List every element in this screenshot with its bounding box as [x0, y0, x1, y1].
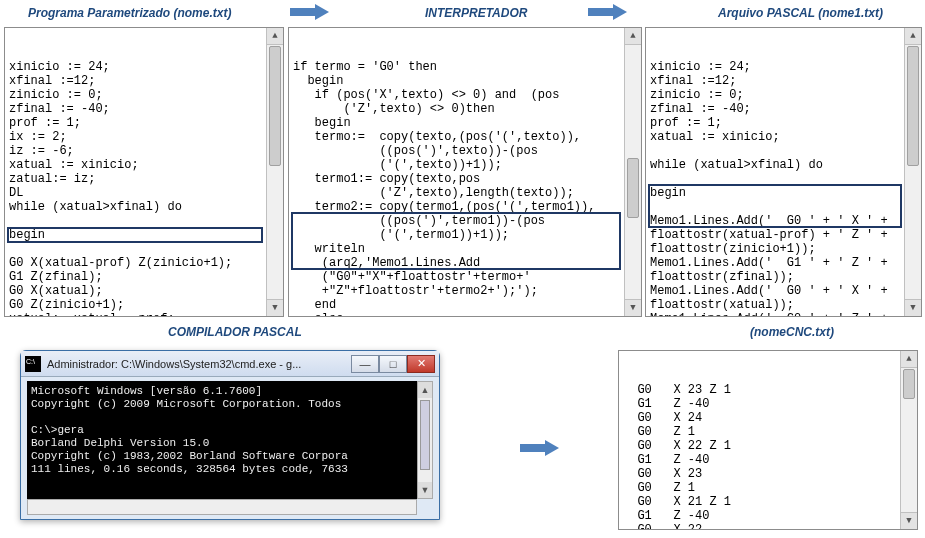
label-interpretador: INTERPRETADOR	[425, 6, 527, 20]
pascal-code-pane[interactable]: xinicio := 24; xfinal :=12; zinicio := 0…	[645, 27, 922, 317]
cmd-body[interactable]: Microsoft Windows [versão 6.1.7600] Copy…	[27, 381, 417, 499]
scroll-down-icon[interactable]: ▼	[267, 299, 283, 316]
scroll-up-icon[interactable]: ▲	[418, 382, 432, 398]
cmd-icon	[25, 356, 41, 372]
scrollbar-vertical[interactable]: ▲ ▼	[904, 28, 921, 316]
scroll-thumb[interactable]	[907, 46, 919, 166]
cmd-titlebar[interactable]: Administrador: C:\Windows\System32\cmd.e…	[21, 351, 439, 377]
cmd-window: Administrador: C:\Windows\System32\cmd.e…	[20, 350, 440, 520]
cmd-scrollbar-horizontal[interactable]	[27, 499, 417, 515]
maximize-button[interactable]: □	[379, 355, 407, 373]
scroll-thumb[interactable]	[627, 158, 639, 218]
interpretador-code-pane[interactable]: if termo = 'G0' then begin if (pos('X',t…	[288, 27, 642, 317]
scroll-thumb[interactable]	[269, 46, 281, 166]
scroll-up-icon[interactable]: ▲	[625, 28, 641, 45]
scroll-down-icon[interactable]: ▼	[418, 482, 432, 498]
scroll-down-icon[interactable]: ▼	[625, 299, 641, 316]
pascal-code: xinicio := 24; xfinal :=12; zinicio := 0…	[650, 60, 915, 317]
cnc-output-pane[interactable]: G0 X 23 Z 1 G1 Z -40 G0 X 24 G0 Z 1 G0 X…	[618, 350, 918, 530]
scroll-thumb[interactable]	[903, 369, 915, 399]
cnc-output-code: G0 X 23 Z 1 G1 Z -40 G0 X 24 G0 Z 1 G0 X…	[623, 383, 911, 530]
scrollbar-vertical[interactable]: ▲ ▼	[624, 28, 641, 316]
scroll-up-icon[interactable]: ▲	[267, 28, 283, 45]
scrollbar-vertical[interactable]: ▲ ▼	[900, 351, 917, 529]
scroll-up-icon[interactable]: ▲	[901, 351, 917, 368]
scroll-thumb[interactable]	[420, 400, 430, 470]
window-buttons: — □ ✕	[351, 355, 435, 373]
label-programa: Programa Parametrizado (nome.txt)	[28, 6, 231, 20]
arrow-right-icon	[290, 4, 330, 20]
label-compilador: COMPILADOR PASCAL	[168, 325, 302, 339]
cmd-title-text: Administrador: C:\Windows\System32\cmd.e…	[47, 358, 351, 370]
scroll-down-icon[interactable]: ▼	[905, 299, 921, 316]
programa-code-pane[interactable]: xinicio := 24; xfinal :=12; zinicio := 0…	[4, 27, 284, 317]
scroll-up-icon[interactable]: ▲	[905, 28, 921, 45]
interpretador-code: if termo = 'G0' then begin if (pos('X',t…	[293, 60, 635, 317]
scroll-down-icon[interactable]: ▼	[901, 512, 917, 529]
arrow-right-icon	[520, 440, 560, 456]
close-button[interactable]: ✕	[407, 355, 435, 373]
minimize-button[interactable]: —	[351, 355, 379, 373]
label-cnc: (nomeCNC.txt)	[750, 325, 834, 339]
scrollbar-vertical[interactable]: ▲ ▼	[266, 28, 283, 316]
top-header-row: Programa Parametrizado (nome.txt) INTERP…	[0, 2, 925, 24]
arrow-right-icon	[588, 4, 628, 20]
label-pascal: Arquivo PASCAL (nome1.txt)	[718, 6, 883, 20]
cmd-scrollbar-vertical[interactable]: ▲ ▼	[417, 381, 433, 499]
programa-code: xinicio := 24; xfinal :=12; zinicio := 0…	[9, 60, 277, 317]
